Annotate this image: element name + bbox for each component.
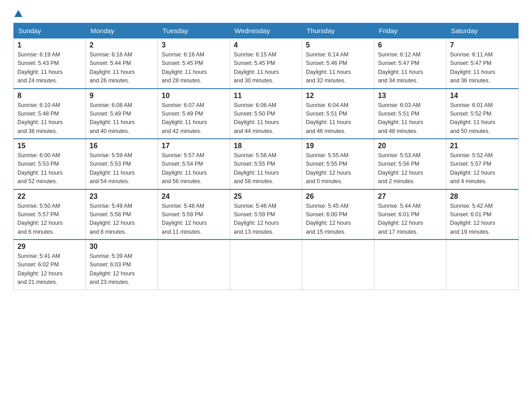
day-number: 24 xyxy=(162,193,226,201)
calendar-cell: 12Sunrise: 6:04 AMSunset: 5:51 PMDayligh… xyxy=(302,89,374,139)
day-info: Sunrise: 6:12 AMSunset: 5:47 PMDaylight:… xyxy=(378,51,442,86)
day-info: Sunrise: 6:04 AMSunset: 5:51 PMDaylight:… xyxy=(306,101,370,136)
day-number: 9 xyxy=(90,92,154,100)
day-number: 15 xyxy=(17,142,82,150)
day-info: Sunrise: 5:55 AMSunset: 5:55 PMDaylight:… xyxy=(306,151,370,186)
day-number: 4 xyxy=(234,41,298,49)
day-number: 26 xyxy=(306,193,370,201)
day-number: 20 xyxy=(378,142,442,150)
calendar-cell: 24Sunrise: 5:48 AMSunset: 5:59 PMDayligh… xyxy=(158,189,230,240)
calendar-cell xyxy=(302,240,374,290)
day-info: Sunrise: 5:39 AMSunset: 6:03 PMDaylight:… xyxy=(90,252,154,287)
calendar-cell: 30Sunrise: 5:39 AMSunset: 6:03 PMDayligh… xyxy=(86,240,158,290)
day-info: Sunrise: 5:53 AMSunset: 5:56 PMDaylight:… xyxy=(378,151,442,186)
calendar-cell: 18Sunrise: 5:56 AMSunset: 5:55 PMDayligh… xyxy=(230,139,302,189)
day-number: 8 xyxy=(17,92,82,100)
day-number: 2 xyxy=(90,41,154,49)
day-number: 30 xyxy=(90,243,154,251)
weekday-header-monday: Monday xyxy=(86,23,158,39)
day-info: Sunrise: 5:42 AMSunset: 6:01 PMDaylight:… xyxy=(450,202,515,237)
day-number: 12 xyxy=(306,92,370,100)
day-info: Sunrise: 5:41 AMSunset: 6:02 PMDaylight:… xyxy=(17,252,82,287)
page-header xyxy=(13,9,519,18)
day-info: Sunrise: 5:45 AMSunset: 6:00 PMDaylight:… xyxy=(306,202,370,237)
day-number: 27 xyxy=(378,193,442,201)
day-info: Sunrise: 5:46 AMSunset: 5:59 PMDaylight:… xyxy=(234,202,298,237)
weekday-header-sunday: Sunday xyxy=(14,23,86,39)
day-info: Sunrise: 6:03 AMSunset: 5:51 PMDaylight:… xyxy=(378,101,442,136)
calendar-cell: 6Sunrise: 6:12 AMSunset: 5:47 PMDaylight… xyxy=(374,39,446,89)
calendar-cell: 10Sunrise: 6:07 AMSunset: 5:49 PMDayligh… xyxy=(158,89,230,139)
day-number: 19 xyxy=(306,142,370,150)
weekday-header-friday: Friday xyxy=(374,23,446,39)
calendar-cell xyxy=(230,240,302,290)
day-number: 13 xyxy=(378,92,442,100)
calendar-table: SundayMondayTuesdayWednesdayThursdayFrid… xyxy=(13,23,519,290)
day-info: Sunrise: 6:14 AMSunset: 5:46 PMDaylight:… xyxy=(306,51,370,86)
day-number: 21 xyxy=(450,142,515,150)
day-number: 17 xyxy=(162,142,226,150)
day-number: 11 xyxy=(234,92,298,100)
day-info: Sunrise: 6:11 AMSunset: 5:47 PMDaylight:… xyxy=(450,51,515,86)
day-info: Sunrise: 6:08 AMSunset: 5:49 PMDaylight:… xyxy=(90,101,154,136)
calendar-cell: 27Sunrise: 5:44 AMSunset: 6:01 PMDayligh… xyxy=(374,189,446,240)
day-number: 23 xyxy=(90,193,154,201)
calendar-cell: 4Sunrise: 6:15 AMSunset: 5:45 PMDaylight… xyxy=(230,39,302,89)
day-number: 29 xyxy=(17,243,82,251)
day-info: Sunrise: 6:10 AMSunset: 5:48 PMDaylight:… xyxy=(17,101,82,136)
day-info: Sunrise: 6:15 AMSunset: 5:45 PMDaylight:… xyxy=(234,51,298,86)
calendar-week-row: 15Sunrise: 6:00 AMSunset: 5:53 PMDayligh… xyxy=(14,139,519,189)
calendar-cell: 26Sunrise: 5:45 AMSunset: 6:00 PMDayligh… xyxy=(302,189,374,240)
calendar-week-row: 1Sunrise: 6:19 AMSunset: 5:43 PMDaylight… xyxy=(14,39,519,89)
day-info: Sunrise: 6:07 AMSunset: 5:49 PMDaylight:… xyxy=(162,101,226,136)
day-number: 25 xyxy=(234,193,298,201)
weekday-header-wednesday: Wednesday xyxy=(230,23,302,39)
day-info: Sunrise: 5:49 AMSunset: 5:58 PMDaylight:… xyxy=(90,202,154,237)
day-number: 22 xyxy=(17,193,82,201)
day-number: 14 xyxy=(450,92,515,100)
day-info: Sunrise: 5:56 AMSunset: 5:55 PMDaylight:… xyxy=(234,151,298,186)
day-number: 16 xyxy=(90,142,154,150)
day-info: Sunrise: 5:52 AMSunset: 5:57 PMDaylight:… xyxy=(450,151,515,186)
day-info: Sunrise: 6:19 AMSunset: 5:43 PMDaylight:… xyxy=(17,51,82,86)
calendar-cell: 29Sunrise: 5:41 AMSunset: 6:02 PMDayligh… xyxy=(14,240,86,290)
day-info: Sunrise: 6:00 AMSunset: 5:53 PMDaylight:… xyxy=(17,151,82,186)
calendar-cell: 13Sunrise: 6:03 AMSunset: 5:51 PMDayligh… xyxy=(374,89,446,139)
day-number: 1 xyxy=(17,41,82,49)
calendar-cell: 20Sunrise: 5:53 AMSunset: 5:56 PMDayligh… xyxy=(374,139,446,189)
calendar-cell: 11Sunrise: 6:06 AMSunset: 5:50 PMDayligh… xyxy=(230,89,302,139)
weekday-header-tuesday: Tuesday xyxy=(158,23,230,39)
calendar-cell: 19Sunrise: 5:55 AMSunset: 5:55 PMDayligh… xyxy=(302,139,374,189)
day-info: Sunrise: 5:59 AMSunset: 5:53 PMDaylight:… xyxy=(90,151,154,186)
calendar-cell: 1Sunrise: 6:19 AMSunset: 5:43 PMDaylight… xyxy=(14,39,86,89)
calendar-cell: 21Sunrise: 5:52 AMSunset: 5:57 PMDayligh… xyxy=(446,139,519,189)
calendar-cell: 8Sunrise: 6:10 AMSunset: 5:48 PMDaylight… xyxy=(14,89,86,139)
logo-triangle-icon xyxy=(14,10,22,17)
day-info: Sunrise: 6:16 AMSunset: 5:45 PMDaylight:… xyxy=(162,51,226,86)
day-number: 5 xyxy=(306,41,370,49)
calendar-week-row: 22Sunrise: 5:50 AMSunset: 5:57 PMDayligh… xyxy=(14,189,519,240)
day-number: 10 xyxy=(162,92,226,100)
weekday-header-thursday: Thursday xyxy=(302,23,374,39)
calendar-cell: 16Sunrise: 5:59 AMSunset: 5:53 PMDayligh… xyxy=(86,139,158,189)
day-number: 3 xyxy=(162,41,226,49)
calendar-cell: 14Sunrise: 6:01 AMSunset: 5:52 PMDayligh… xyxy=(446,89,519,139)
calendar-cell: 22Sunrise: 5:50 AMSunset: 5:57 PMDayligh… xyxy=(14,189,86,240)
weekday-header-saturday: Saturday xyxy=(446,23,519,39)
day-number: 6 xyxy=(378,41,442,49)
day-number: 7 xyxy=(450,41,515,49)
calendar-cell xyxy=(446,240,519,290)
day-info: Sunrise: 5:48 AMSunset: 5:59 PMDaylight:… xyxy=(162,202,226,237)
calendar-cell: 5Sunrise: 6:14 AMSunset: 5:46 PMDaylight… xyxy=(302,39,374,89)
calendar-cell xyxy=(374,240,446,290)
calendar-cell: 7Sunrise: 6:11 AMSunset: 5:47 PMDaylight… xyxy=(446,39,519,89)
calendar-cell: 23Sunrise: 5:49 AMSunset: 5:58 PMDayligh… xyxy=(86,189,158,240)
calendar-cell: 3Sunrise: 6:16 AMSunset: 5:45 PMDaylight… xyxy=(158,39,230,89)
calendar-cell: 9Sunrise: 6:08 AMSunset: 5:49 PMDaylight… xyxy=(86,89,158,139)
day-info: Sunrise: 6:18 AMSunset: 5:44 PMDaylight:… xyxy=(90,51,154,86)
calendar-cell: 28Sunrise: 5:42 AMSunset: 6:01 PMDayligh… xyxy=(446,189,519,240)
calendar-cell: 2Sunrise: 6:18 AMSunset: 5:44 PMDaylight… xyxy=(86,39,158,89)
day-number: 28 xyxy=(450,193,515,201)
calendar-cell: 15Sunrise: 6:00 AMSunset: 5:53 PMDayligh… xyxy=(14,139,86,189)
day-info: Sunrise: 6:06 AMSunset: 5:50 PMDaylight:… xyxy=(234,101,298,136)
